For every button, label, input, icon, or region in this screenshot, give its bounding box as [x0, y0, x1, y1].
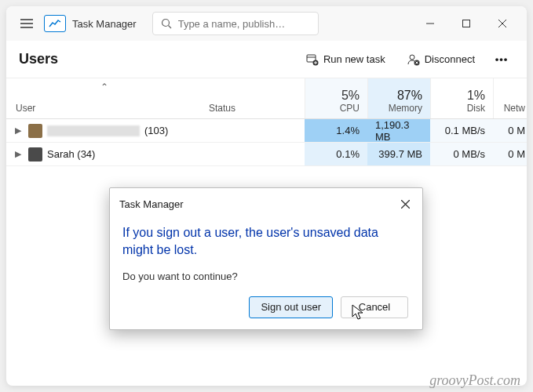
chart-icon	[49, 19, 61, 28]
cell-status	[203, 119, 305, 142]
dialog-titlebar: Task Manager	[110, 188, 422, 218]
toolbar: Users Run new task Disconnect •••	[6, 41, 527, 78]
cancel-button[interactable]: Cancel	[341, 296, 408, 318]
column-user-label: User	[16, 103, 193, 114]
username-redacted	[47, 125, 140, 136]
cell-memory: 399.7 MB	[367, 143, 430, 165]
menu-button[interactable]	[13, 9, 41, 38]
window-controls	[412, 11, 520, 36]
chevron-up-icon: ⌃	[100, 82, 108, 93]
run-new-task-button[interactable]: Run new task	[298, 49, 393, 71]
more-options-button[interactable]: •••	[489, 47, 514, 72]
cell-cpu: 1.4%	[305, 119, 367, 142]
cell-cpu: 0.1%	[305, 143, 367, 165]
search-input[interactable]	[178, 18, 310, 30]
users-table: ⌃ User Status 5% CPU 87% Memory 1% Disk …	[6, 78, 527, 166]
cell-network: 0 M	[493, 119, 527, 142]
column-header-memory[interactable]: 87% Memory	[367, 78, 430, 118]
table-row[interactable]: ▶ (103) 1.4% 1,190.3 MB 0.1 MB/s 0 M	[6, 119, 527, 143]
toolbar-actions: Run new task Disconnect •••	[298, 47, 514, 72]
column-disk-label: Disk	[467, 103, 485, 114]
sign-out-user-button[interactable]: Sign out user	[249, 296, 333, 318]
expand-toggle[interactable]: ▶	[13, 125, 24, 136]
app-title: Task Manager	[72, 18, 137, 30]
dialog-title: Task Manager	[119, 198, 184, 210]
expand-toggle[interactable]: ▶	[13, 149, 24, 159]
process-count: (103)	[144, 125, 168, 136]
search-box[interactable]	[152, 12, 319, 35]
cpu-total-pct: 5%	[341, 89, 360, 103]
disk-total-pct: 1%	[467, 89, 485, 103]
app-icon	[44, 15, 66, 32]
cell-disk: 0.1 MB/s	[430, 119, 493, 142]
maximize-icon	[462, 20, 470, 27]
table-header: ⌃ User Status 5% CPU 87% Memory 1% Disk …	[6, 78, 527, 119]
minimize-button[interactable]	[412, 11, 448, 36]
cell-user: ▶ Sarah (34)	[6, 143, 203, 165]
column-header-network[interactable]: Netw	[493, 78, 527, 118]
column-memory-label: Memory	[389, 103, 422, 114]
dialog-sub-text: Do you want to continue?	[122, 270, 410, 282]
ellipsis-icon: •••	[495, 53, 509, 65]
dialog-close-button[interactable]	[396, 194, 414, 213]
page-title: Users	[19, 51, 58, 67]
cell-disk: 0 MB/s	[430, 143, 493, 165]
table-row[interactable]: ▶ Sarah (34) 0.1% 399.7 MB 0 MB/s 0 M	[6, 143, 527, 166]
dialog-main-text: If you sign out a user, the user's unsav…	[122, 224, 410, 260]
column-status-label: Status	[209, 103, 235, 114]
cell-memory: 1,190.3 MB	[367, 119, 430, 142]
run-new-task-label: Run new task	[323, 53, 385, 65]
close-icon	[401, 200, 410, 209]
signout-dialog: Task Manager If you sign out a user, the…	[109, 187, 423, 330]
close-icon	[498, 20, 506, 27]
maximize-button[interactable]	[448, 11, 484, 36]
watermark: groovyPost.com	[429, 372, 520, 389]
svg-point-0	[162, 20, 169, 27]
run-task-icon	[306, 53, 319, 66]
disconnect-icon	[407, 53, 420, 66]
column-cpu-label: CPU	[340, 103, 360, 114]
column-header-user[interactable]: ⌃ User	[6, 78, 203, 118]
cell-status	[203, 143, 305, 165]
titlebar: Task Manager	[6, 6, 527, 41]
dialog-body: If you sign out a user, the user's unsav…	[110, 218, 422, 329]
avatar	[28, 124, 42, 138]
svg-point-7	[410, 55, 414, 60]
column-network-label: Netw	[504, 103, 525, 114]
avatar	[28, 147, 42, 162]
close-button[interactable]	[484, 11, 520, 36]
hamburger-icon	[20, 19, 33, 28]
cell-user: ▶ (103)	[6, 119, 203, 142]
memory-total-pct: 87%	[397, 89, 422, 103]
disconnect-label: Disconnect	[425, 53, 475, 65]
svg-rect-3	[463, 20, 470, 27]
minimize-icon	[426, 20, 434, 27]
column-header-disk[interactable]: 1% Disk	[430, 78, 493, 118]
dialog-buttons: Sign out user Cancel	[122, 296, 410, 318]
svg-line-1	[168, 26, 171, 29]
disconnect-button[interactable]: Disconnect	[400, 49, 483, 71]
column-header-cpu[interactable]: 5% CPU	[305, 78, 367, 118]
search-icon	[161, 18, 172, 29]
username: Sarah (34)	[47, 148, 95, 160]
column-header-status[interactable]: Status	[203, 78, 305, 118]
cell-network: 0 M	[493, 143, 527, 165]
